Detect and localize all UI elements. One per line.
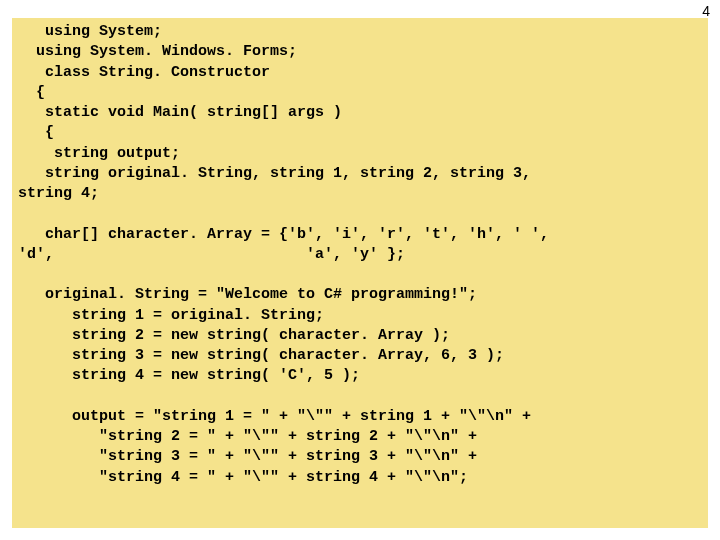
code-block: using System; using System. Windows. For…	[12, 18, 708, 528]
code-line: char[] character. Array = {'b', 'i', 'r'…	[18, 226, 549, 243]
code-line: class String. Constructor	[18, 64, 270, 81]
code-line: string 2 = new string( character. Array …	[18, 327, 450, 344]
code-line: string 4;	[18, 185, 99, 202]
code-line: string 3 = new string( character. Array,…	[18, 347, 504, 364]
code-line: static void Main( string[] args )	[18, 104, 342, 121]
code-line: original. String = "Welcome to C# progra…	[18, 286, 477, 303]
code-line: "string 4 = " + "\"" + string 4 + "\"\n"…	[18, 469, 468, 486]
code-line: string 1 = original. String;	[18, 307, 324, 324]
code-line: 'd', 'a', 'y' };	[18, 246, 405, 263]
code-line: "string 2 = " + "\"" + string 2 + "\"\n"…	[18, 428, 477, 445]
code-line: output = "string 1 = " + "\"" + string 1…	[18, 408, 531, 425]
code-line: string 4 = new string( 'C', 5 );	[18, 367, 360, 384]
code-line: using System. Windows. Forms;	[18, 43, 297, 60]
code-line: {	[18, 84, 45, 101]
code-line: using System;	[18, 23, 162, 40]
code-line: string output;	[18, 145, 180, 162]
code-line: {	[18, 124, 54, 141]
code-line: string original. String, string 1, strin…	[18, 165, 531, 182]
code-line: "string 3 = " + "\"" + string 3 + "\"\n"…	[18, 448, 477, 465]
